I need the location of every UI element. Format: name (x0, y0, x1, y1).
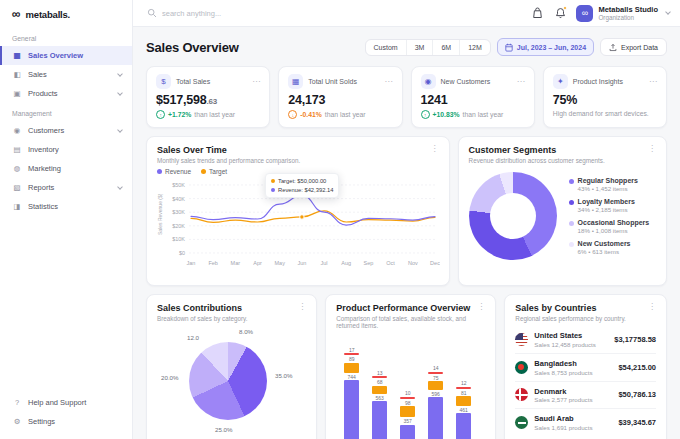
pie-slice-label: 35.0% (275, 372, 293, 379)
sidebar-item-customers[interactable]: ◉ Customers (0, 121, 132, 140)
sidebar-item-sales[interactable]: ◧ Sales (0, 65, 132, 84)
sidebar-item-label: Settings (28, 417, 55, 426)
notifications-button[interactable] (553, 6, 567, 20)
sidebar-item-products[interactable]: ▣ Products (0, 84, 132, 103)
chevron-down-icon (117, 184, 123, 190)
kebab-menu-icon[interactable]: ⋯ (385, 78, 393, 86)
filter-3m-button[interactable]: 3M (407, 40, 434, 55)
kpi-value: $517,598 (156, 93, 207, 107)
donut-hole (490, 193, 536, 239)
org-name: Metaballs Studio (598, 5, 658, 14)
bar-segment (344, 363, 359, 373)
bar-segment (428, 397, 443, 439)
sidebar-item-inventory[interactable]: ▤ Inventory (0, 140, 132, 159)
y-tick-label: $10K (172, 236, 185, 242)
kpi-value: 24,173 (288, 93, 325, 107)
card-title: Customer Segments (469, 145, 605, 155)
country-meta: Sales 8,753 products (534, 369, 592, 376)
country-row-bangladesh: Bangladesh Sales 8,753 products $54,215.… (515, 353, 656, 381)
kpi-label: Product Insights (573, 78, 623, 85)
kebab-menu-icon[interactable]: ⋮ (431, 145, 439, 153)
bar-segment (456, 413, 471, 439)
legend-item: Regular Shoppers 43% • 1,452 items (569, 177, 650, 192)
kebab-menu-icon[interactable]: ⋮ (648, 145, 656, 153)
target-line (191, 211, 435, 223)
bar: 1281461 (456, 380, 471, 439)
org-type: Organization (598, 14, 658, 22)
filter-12m-button[interactable]: 12M (460, 40, 490, 55)
topbar-actions: ∞ Metaballs Studio Organization (530, 5, 670, 22)
pie-slice-label: 20.0% (161, 374, 179, 381)
nav-section-management: Management (0, 103, 132, 121)
segment-dot (569, 179, 574, 184)
arrow-up-icon: ↑ (156, 110, 165, 119)
kpi-value-decimals: .63 (207, 97, 218, 106)
bar-segment (400, 406, 415, 417)
help-icon: ? (12, 398, 22, 407)
tooltip-revenue: Revenue: $42,392.14 (278, 186, 333, 195)
target-dot (271, 179, 275, 183)
country-amount: $39,345.67 (618, 418, 656, 427)
sidebar-nav: General ▦ Sales Overview ◧ Sales ▣ Produ… (0, 26, 132, 389)
sidebar-item-sales-overview[interactable]: ▦ Sales Overview (0, 46, 132, 65)
y-tick-label: $40K (172, 196, 185, 202)
y-tick-label: $30K (172, 209, 185, 215)
kebab-menu-icon[interactable]: ⋮ (298, 303, 306, 311)
sidebar-footer: ? Help and Support ⚙ Settings (0, 389, 132, 439)
bar-segment (372, 386, 387, 394)
sidebar-item-marketing[interactable]: ◍ Marketing (0, 159, 132, 178)
kebab-menu-icon[interactable]: ⋮ (648, 303, 656, 311)
sales-contributions-card: Sales Contributions Breakdown of sales b… (146, 294, 317, 439)
bangladesh-flag-icon (515, 361, 528, 374)
legend-item: New Customers 6% • 613 items (569, 240, 650, 255)
chevron-down-icon (117, 71, 123, 77)
kebab-menu-icon[interactable]: ⋯ (252, 78, 260, 86)
customer-segments-donut (469, 172, 557, 260)
kebab-menu-icon[interactable]: ⋮ (477, 303, 485, 311)
segment-dot (569, 221, 574, 226)
bar-value-label: 14 (433, 365, 439, 372)
sidebar-item-reports[interactable]: ▧ Reports (0, 178, 132, 197)
x-tick-label: May (275, 260, 286, 266)
kpi-note: than last year (194, 111, 235, 118)
card-subtitle: Monthly sales trends and performance com… (157, 157, 300, 164)
notification-dot (563, 6, 567, 10)
sidebar-item-statistics[interactable]: ◨ Statistics (0, 197, 132, 216)
cart-button[interactable] (530, 6, 544, 20)
charts-row: Sales Over Time Monthly sales trends and… (146, 136, 667, 286)
kebab-menu-icon[interactable]: ⋯ (517, 78, 525, 86)
export-data-button[interactable]: Export Data (600, 38, 667, 56)
date-range-button[interactable]: Jul, 2023 – Jun, 2024 (497, 38, 594, 56)
chart-tooltip: Target: $50,000.00 Revenue: $42,392.14 (265, 173, 339, 198)
search-input[interactable] (162, 9, 432, 18)
chevron-down-icon (117, 90, 123, 96)
x-tick-label: Sep (364, 260, 374, 266)
org-switcher[interactable]: ∞ Metaballs Studio Organization (576, 5, 670, 22)
kpi-delta: +1.72% (168, 111, 191, 118)
segment-name: Loyalty Members (578, 198, 635, 205)
country-meta: Sales 2,577 products (534, 396, 592, 403)
brand-logo[interactable]: ∞ metaballs. (0, 0, 132, 26)
bar-value-label: 12 (461, 380, 467, 387)
filter-6m-button[interactable]: 6M (433, 40, 460, 55)
sidebar-item-settings[interactable]: ⚙ Settings (0, 412, 132, 431)
bar-segment (400, 425, 415, 439)
segment-dot (569, 242, 574, 247)
country-name: Bangladesh (534, 359, 592, 369)
x-tick-label: Dec (430, 260, 440, 266)
sidebar-item-help[interactable]: ? Help and Support (0, 393, 132, 412)
filter-custom-button[interactable]: Custom (366, 40, 407, 55)
bar-segment (456, 396, 471, 405)
card-subtitle: Revenue distribution across customer seg… (469, 157, 605, 164)
denmark-flag-icon (515, 388, 528, 401)
x-tick-label: Feb (208, 260, 217, 266)
kebab-menu-icon[interactable]: ⋯ (649, 78, 657, 86)
brand-name: metaballs. (26, 9, 70, 20)
pie-slice-label: 12.0 (187, 334, 199, 341)
export-data-label: Export Data (621, 44, 658, 51)
metaballs-logo-icon: ∞ (12, 8, 21, 20)
kpi-delta: -0.41% (300, 111, 322, 118)
card-title: Product Performance Overview (336, 303, 477, 313)
segment-dot (569, 200, 574, 205)
united-states-flag-icon (515, 333, 528, 346)
